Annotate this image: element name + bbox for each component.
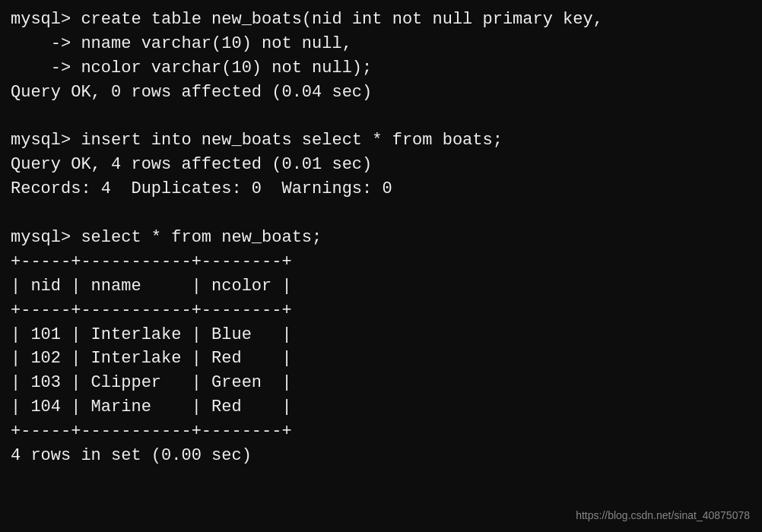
- terminal-output: mysql> create table new_boats(nid int no…: [11, 8, 751, 468]
- watermark: https://blog.csdn.net/sinat_40875078: [576, 508, 750, 523]
